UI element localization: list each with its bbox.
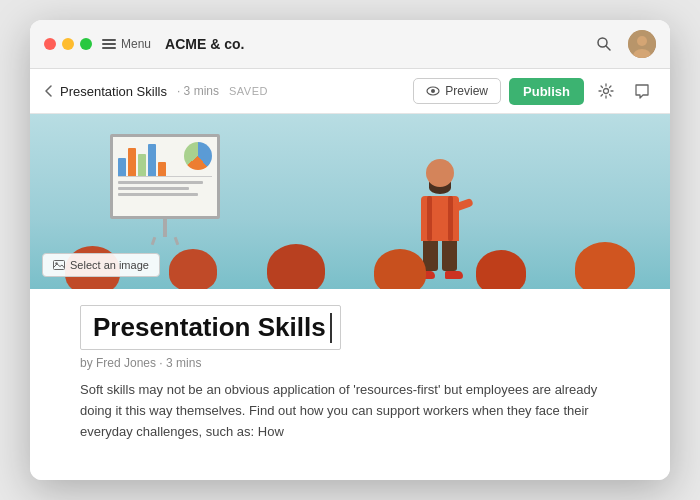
svg-point-3 [637, 36, 647, 46]
article-body: Soft skills may not be an obvious applic… [80, 380, 620, 442]
article-meta: by Fred Jones · 3 mins [80, 356, 620, 370]
gear-icon [598, 83, 614, 99]
comment-button[interactable] [628, 77, 656, 105]
saved-badge: SAVED [229, 85, 268, 97]
article-title-area: Presentation Skills [80, 305, 620, 350]
whiteboard-graphic [110, 134, 220, 234]
svg-rect-8 [54, 261, 65, 270]
audience-head-2 [169, 249, 217, 289]
pie-chart-graphic [184, 142, 212, 170]
settings-button[interactable] [592, 77, 620, 105]
breadcrumb-title: Presentation Skills [60, 84, 167, 99]
preview-button[interactable]: Preview [413, 78, 501, 104]
title-bar: Menu ACME & co. [30, 20, 670, 69]
audience-head-3 [267, 244, 325, 289]
breadcrumb-time: · 3 mins [177, 84, 219, 98]
whiteboard-lines [118, 181, 212, 196]
menu-label: Menu [121, 37, 151, 51]
preview-label: Preview [445, 84, 488, 98]
search-button[interactable] [590, 30, 618, 58]
suspenders-left [427, 196, 432, 241]
traffic-lights [44, 38, 92, 50]
audience-head-4 [374, 249, 426, 289]
minimize-button[interactable] [62, 38, 74, 50]
avatar[interactable] [628, 30, 656, 58]
title-cursor [330, 313, 332, 343]
svg-line-1 [606, 46, 610, 50]
svg-point-6 [431, 89, 435, 93]
eye-icon [426, 86, 440, 96]
editor-toolbar: Presentation Skills · 3 mins SAVED Previ… [30, 69, 670, 114]
menu-toggle[interactable]: Menu [102, 37, 151, 51]
search-icon [596, 36, 612, 52]
select-image-label: Select an image [70, 259, 149, 271]
maximize-button[interactable] [80, 38, 92, 50]
app-window: Menu ACME & co. Presentation Skills · 3 … [30, 20, 670, 480]
brand-name: ACME & co. [165, 36, 244, 52]
whiteboard-frame [110, 134, 220, 219]
article-title-input[interactable]: Presentation Skills [80, 305, 341, 350]
hamburger-icon [102, 39, 116, 49]
audience-head-6 [575, 242, 635, 289]
image-icon [53, 260, 65, 270]
content-area: Presentation Skills by Fred Jones · 3 mi… [30, 289, 670, 480]
hero-image-area: Select an image [30, 114, 670, 289]
audience-head-5 [476, 250, 526, 289]
publish-button[interactable]: Publish [509, 78, 584, 105]
chat-icon [634, 83, 650, 99]
article-title-text[interactable]: Presentation Skills [89, 310, 330, 345]
whiteboard-stand [163, 219, 167, 237]
presenter-head [426, 159, 454, 187]
close-button[interactable] [44, 38, 56, 50]
presenter-arm [452, 198, 474, 212]
avatar-image [628, 30, 656, 58]
back-button[interactable] [44, 85, 52, 97]
suspenders-right [448, 196, 453, 241]
back-chevron-icon [44, 85, 52, 97]
select-image-button[interactable]: Select an image [42, 253, 160, 277]
svg-point-7 [604, 89, 609, 94]
presenter-body [421, 196, 459, 241]
